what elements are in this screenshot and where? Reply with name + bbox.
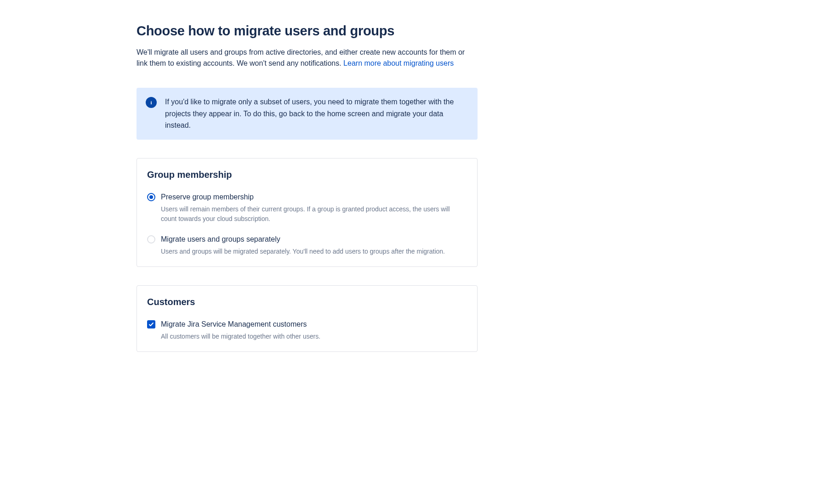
checkbox-option-migrate-customers[interactable]: Migrate Jira Service Management customer… bbox=[147, 319, 467, 341]
checkbox-checked[interactable] bbox=[147, 320, 155, 328]
option-desc: Users and groups will be migrated separa… bbox=[161, 247, 467, 256]
option-content: Migrate Jira Service Management customer… bbox=[161, 319, 467, 341]
learn-more-link[interactable]: Learn more about migrating users bbox=[343, 59, 454, 67]
option-label: Migrate users and groups separately bbox=[161, 234, 467, 245]
radio-dot-icon bbox=[149, 195, 153, 199]
group-membership-card: Group membership Preserve group membersh… bbox=[137, 158, 478, 267]
info-icon: i bbox=[146, 97, 157, 108]
page-title: Choose how to migrate users and groups bbox=[137, 21, 478, 41]
radio-option-separate[interactable]: Migrate users and groups separately User… bbox=[147, 234, 467, 256]
group-membership-title: Group membership bbox=[147, 168, 467, 181]
radio-button-unselected[interactable] bbox=[147, 235, 155, 244]
info-banner-text: If you'd like to migrate only a subset o… bbox=[165, 96, 468, 131]
option-content: Preserve group membership Users will rem… bbox=[161, 192, 467, 224]
option-desc: Users will remain members of their curre… bbox=[161, 204, 467, 224]
option-label: Migrate Jira Service Management customer… bbox=[161, 319, 467, 330]
info-icon-letter: i bbox=[150, 99, 152, 107]
option-content: Migrate users and groups separately User… bbox=[161, 234, 467, 256]
radio-option-preserve[interactable]: Preserve group membership Users will rem… bbox=[147, 192, 467, 224]
radio-button-selected[interactable] bbox=[147, 193, 155, 201]
check-icon bbox=[148, 322, 154, 327]
page-description: We'll migrate all users and groups from … bbox=[137, 47, 478, 70]
customers-card: Customers Migrate Jira Service Managemen… bbox=[137, 285, 478, 352]
info-banner: i If you'd like to migrate only a subset… bbox=[137, 88, 478, 140]
option-label: Preserve group membership bbox=[161, 192, 467, 203]
customers-title: Customers bbox=[147, 295, 467, 309]
option-desc: All customers will be migrated together … bbox=[161, 332, 467, 341]
